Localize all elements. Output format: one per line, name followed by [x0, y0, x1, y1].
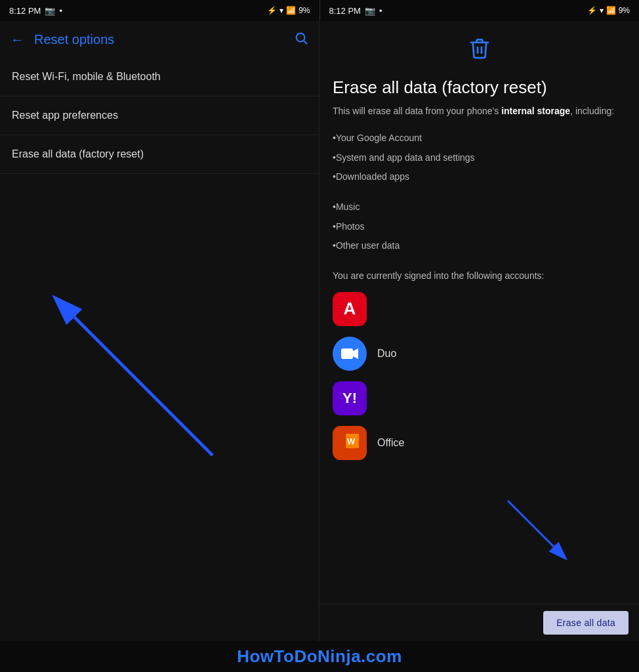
bullet-system-data: •System and app data and settings [333, 148, 626, 168]
office-label: Office [377, 437, 405, 449]
wifi-icon-right: ▾ [600, 6, 604, 15]
main-area: ← Reset options Reset Wi-Fi, mobile & Bl… [0, 21, 639, 641]
bullet-google-account: •Your Google Account [333, 129, 626, 148]
dot-indicator-right: • [379, 6, 382, 16]
screenshot-icon: 📷 [45, 6, 55, 16]
svg-line-1 [304, 41, 307, 44]
search-button[interactable] [294, 31, 308, 49]
arrow-annotation-left [0, 174, 319, 641]
bullet-photos: •Photos [333, 217, 626, 237]
status-bar-right: 8:12 PM 📷 • ⚡ ▾ 📶 9% [320, 0, 640, 21]
accounts-text: You are currently signed into the follow… [333, 269, 626, 283]
signal-icon-right: 📶 [606, 6, 616, 15]
battery-left: 9% [299, 6, 310, 15]
svg-marker-5 [353, 348, 358, 359]
time-left: 8:12 PM [9, 6, 41, 16]
svg-line-3 [74, 317, 213, 455]
status-bar: 8:12 PM 📷 • ⚡ ▾ 📶 9% 8:12 PM 📷 • ⚡ ▾ 📶 9… [0, 0, 639, 21]
right-panel: Erase all data (factory reset) This will… [320, 21, 639, 641]
duo-icon [333, 337, 367, 371]
svg-point-0 [297, 33, 305, 41]
page-title: Reset options [34, 32, 283, 47]
toolbar: ← Reset options [0, 21, 319, 58]
account-duo: Duo [333, 337, 626, 371]
status-bar-left: 8:12 PM 📷 • ⚡ ▾ 📶 9% [0, 0, 320, 21]
trash-icon-container [333, 37, 626, 67]
menu-item-app-prefs[interactable]: Reset app preferences [0, 96, 319, 135]
account-office: W Office [333, 426, 626, 460]
time-right: 8:12 PM [329, 6, 361, 16]
account-adobe: A [333, 292, 626, 326]
adobe-icon: A [333, 292, 367, 326]
svg-rect-4 [341, 348, 353, 359]
bullet-music: •Music [333, 198, 626, 217]
erase-description: This will erase all data from your phone… [333, 104, 626, 118]
battery-right: 9% [619, 6, 630, 15]
erase-all-data-button[interactable]: Erase all data [543, 611, 629, 635]
bullet-downloaded-apps: •Downloaded apps [333, 167, 626, 187]
bottom-bar: Erase all data [320, 604, 639, 641]
back-button[interactable]: ← [10, 32, 24, 47]
trash-icon [468, 37, 491, 67]
wifi-icon-left: ▾ [279, 6, 283, 15]
duo-label: Duo [377, 348, 396, 360]
svg-line-10 [508, 501, 554, 547]
signal-icon-left: 📶 [286, 6, 296, 15]
account-yahoo: Y! [333, 381, 626, 415]
office-icon: W [333, 426, 367, 460]
screenshot-icon-right: 📷 [365, 6, 375, 16]
arrow-annotation-right [495, 494, 573, 562]
erase-title: Erase all data (factory reset) [333, 77, 626, 98]
menu-item-wifi[interactable]: Reset Wi-Fi, mobile & Bluetooth [0, 58, 319, 96]
left-panel: ← Reset options Reset Wi-Fi, mobile & Bl… [0, 21, 320, 641]
bullet-other-data: •Other user data [333, 236, 626, 256]
yahoo-icon: Y! [333, 381, 367, 415]
watermark: HowToDoNinja.com [0, 641, 639, 672]
menu-item-factory-reset[interactable]: Erase all data (factory reset) [0, 135, 319, 174]
dot-indicator: • [59, 6, 62, 16]
bluetooth-icon-left: ⚡ [267, 6, 277, 15]
bluetooth-icon-right: ⚡ [587, 6, 597, 15]
svg-text:W: W [347, 436, 356, 446]
